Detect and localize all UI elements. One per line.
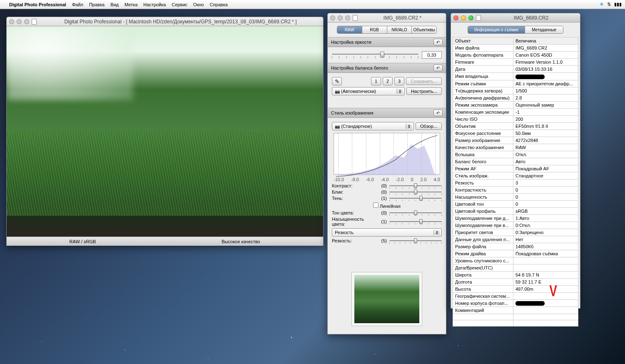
brightness-reset-button[interactable]: ↶ xyxy=(433,39,443,45)
contrast-label: Контраст: xyxy=(332,183,378,188)
tab-shooting-info[interactable]: Информация о съёмке xyxy=(468,26,525,33)
close-icon[interactable] xyxy=(330,15,335,20)
app-name[interactable]: Digital Photo Professional xyxy=(9,2,66,7)
tab-raw[interactable]: RAW xyxy=(337,26,362,33)
info-row-key: Данные для удаления п... xyxy=(453,236,513,243)
document-icon xyxy=(476,15,481,21)
info-row-value: Авто xyxy=(513,158,578,165)
highlight-slider[interactable] xyxy=(389,189,442,194)
info-row-value: EF50mm f/1.8 II xyxy=(513,122,578,130)
info-row-key xyxy=(453,314,513,320)
minimize-icon[interactable] xyxy=(461,15,466,20)
info-row-value: 4272x2848 xyxy=(513,137,578,144)
minimize-icon[interactable] xyxy=(17,19,22,24)
sharpness-slider[interactable] xyxy=(389,238,442,243)
info-row-value xyxy=(513,299,578,307)
preview-titlebar[interactable]: Digital Photo Professional - [ Macintosh… xyxy=(7,17,323,26)
wb-preset-2-button[interactable]: 2 xyxy=(383,77,393,85)
status-quality: Высокое качество xyxy=(159,239,323,244)
saturation-slider[interactable] xyxy=(389,219,442,224)
menu-service[interactable]: Сервис xyxy=(172,2,187,7)
info-row-key: Модель фотоаппарата xyxy=(453,52,513,59)
sharpness-mode-dropdown[interactable]: Резкость▲▼ xyxy=(332,228,442,237)
menu-window[interactable]: Окно xyxy=(193,2,204,7)
info-row-value: sRGB xyxy=(513,207,578,214)
zoom-icon[interactable] xyxy=(24,19,29,24)
shadow-slider[interactable] xyxy=(389,196,442,201)
info-row-value: IMG_6689.CR2 xyxy=(513,45,578,52)
tool-tabs: RAW RGB NR/ALO Объективы xyxy=(337,26,437,34)
info-row-value: Покадровая съёмка xyxy=(513,250,578,257)
info-row-key: Объектив xyxy=(453,122,513,130)
info-row-value: Оценочный замер xyxy=(513,101,578,108)
info-row-value: 54 8 19.7 N xyxy=(513,271,578,278)
info-tabs: Информация о съёмке Метаданные xyxy=(468,26,563,34)
info-row-key: Режим AF xyxy=(453,165,513,172)
tool-titlebar[interactable]: IMG_6689.CR2 * xyxy=(328,13,446,22)
menubar: Digital Photo Professional Файл Правка В… xyxy=(0,0,625,9)
info-row-key: Приоритет светов xyxy=(453,229,513,236)
red-annotation-arrow-icon: V xyxy=(549,282,557,300)
info-row-value: AE с приоритетом диафр... xyxy=(513,80,578,87)
wb-dropdown[interactable]: (Автоматически)▲▼ xyxy=(332,87,405,95)
highlight-label: Блик: xyxy=(332,189,378,194)
saturation-value: (1) xyxy=(378,219,387,224)
info-row-value: 3 xyxy=(513,179,578,186)
wb-eyedropper-button[interactable] xyxy=(332,77,342,85)
dropbox-menulet-icon[interactable]: ❖ xyxy=(600,2,604,7)
info-row-key: Широта xyxy=(453,271,513,278)
battery-menulet-icon[interactable]: ▮▮▮ xyxy=(614,2,622,7)
updown-menulet-icon[interactable]: ⇅ xyxy=(607,2,611,7)
info-row-key: Шумоподавление при в... xyxy=(453,222,513,229)
tab-metadata[interactable]: Метаданные xyxy=(525,26,563,33)
wb-save-button[interactable]: Сохранить... xyxy=(406,77,442,85)
info-row-value xyxy=(513,264,578,271)
tone-slider[interactable] xyxy=(389,210,442,215)
picstyle-dropdown[interactable]: (Стандартное)▲▼ xyxy=(332,122,414,130)
wb-preset-3-button[interactable]: 3 xyxy=(394,77,404,85)
wb-preset-1-button[interactable]: 1 xyxy=(371,77,381,85)
menu-edit[interactable]: Правка xyxy=(89,2,105,7)
linear-checkbox[interactable] xyxy=(373,202,378,208)
info-row-value: Покадровый AF xyxy=(513,165,578,172)
menu-adjust[interactable]: Настройка xyxy=(143,2,166,7)
info-row-key: Режим экспозамера xyxy=(453,101,513,108)
tab-lens[interactable]: Объективы xyxy=(412,26,436,33)
menu-view[interactable]: Вид xyxy=(110,2,119,7)
menu-help[interactable]: Справка xyxy=(210,2,228,7)
zoom-icon[interactable] xyxy=(345,15,350,20)
wb-tune-button[interactable]: Настроить... xyxy=(406,87,442,95)
info-row-key: Firmware xyxy=(453,59,513,66)
info-row-value: 2.8 xyxy=(513,94,578,101)
brightness-value[interactable]: 0,33 xyxy=(422,51,442,59)
info-row-key: Баланс белого xyxy=(453,158,513,165)
thumbnail[interactable] xyxy=(351,272,422,326)
wb-reset-button[interactable]: ↶ xyxy=(433,65,443,71)
document-icon xyxy=(32,19,37,25)
info-row-key: Комментарий xyxy=(453,307,513,314)
menu-file[interactable]: Файл xyxy=(72,2,83,7)
picstyle-reset-button[interactable]: ↶ xyxy=(433,110,443,116)
close-icon[interactable] xyxy=(453,15,458,20)
preview-image[interactable] xyxy=(7,26,323,237)
minimize-icon[interactable] xyxy=(338,15,343,20)
contrast-slider[interactable] xyxy=(389,183,442,188)
status-colorspace: RAW / sRGB xyxy=(7,239,159,244)
brightness-slider[interactable] xyxy=(332,52,418,58)
menu-label[interactable]: Метка xyxy=(125,2,137,7)
info-table: ОбъектВеличина Имя файлаIMG_6689.CR2Моде… xyxy=(453,37,578,327)
picstyle-browse-button[interactable]: Обзор... xyxy=(416,122,442,130)
zoom-icon[interactable] xyxy=(468,15,473,20)
info-row-value: 50.0мм xyxy=(513,130,578,137)
info-titlebar[interactable]: IMG_6689.CR2 xyxy=(451,13,580,22)
tab-rgb[interactable]: RGB xyxy=(362,26,387,33)
tool-title: IMG_6689.CR2 * xyxy=(361,15,443,21)
info-row-key: Качество изображения xyxy=(453,144,513,151)
info-row-key: Имя владельца xyxy=(453,73,513,80)
info-row-key: Дата xyxy=(453,66,513,73)
tab-nralo[interactable]: NR/ALO xyxy=(387,26,412,33)
close-icon[interactable] xyxy=(9,19,14,24)
sharpness-value: (5) xyxy=(378,238,387,243)
info-row-value: Firmware Version 1.1.0 xyxy=(513,59,578,66)
info-row-key: Размер изображения xyxy=(453,137,513,144)
